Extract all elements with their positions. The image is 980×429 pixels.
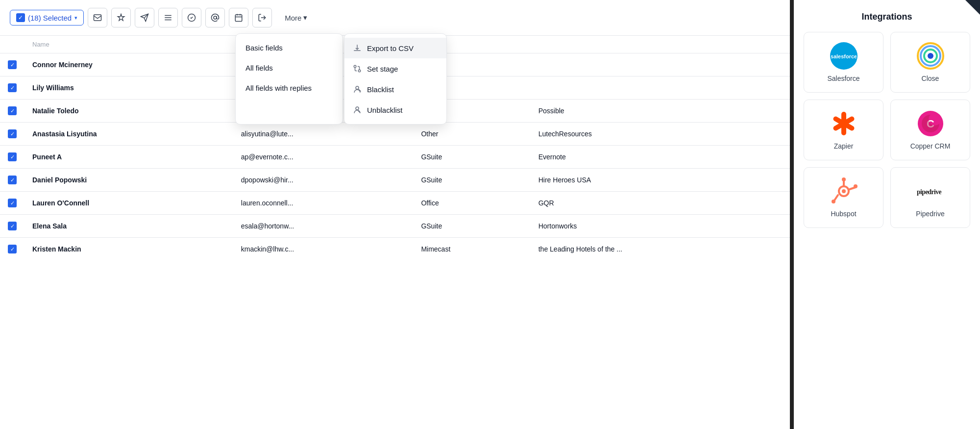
- dropdown-container: Basic fields All fields All fields with …: [235, 33, 447, 125]
- all-fields-item[interactable]: All fields: [236, 58, 343, 78]
- contact-company: GQR: [531, 192, 790, 215]
- left-panel: ✓ (18) Selected ▾ More ▾: [0, 0, 794, 429]
- row-checkbox[interactable]: ✓: [8, 129, 17, 138]
- table-row: ✓ Kristen Mackin kmackin@lhw.c... Mimeca…: [0, 238, 790, 261]
- row-checkbox[interactable]: ✓: [8, 152, 17, 161]
- salesforce-name: Salesforce: [827, 75, 859, 82]
- check-button[interactable]: [182, 8, 201, 27]
- row-checkbox[interactable]: ✓: [8, 176, 17, 184]
- copper-name: Copper CRM: [910, 142, 951, 150]
- toolbar: ✓ (18) Selected ▾ More ▾: [0, 0, 790, 36]
- contact-email: alisyutina@lute...: [233, 123, 414, 146]
- svg-text:pipedrive: pipedrive: [917, 188, 941, 196]
- basic-fields-item[interactable]: Basic fields: [236, 38, 343, 58]
- send-button[interactable]: [135, 8, 154, 27]
- contact-company: [531, 53, 790, 76]
- export-csv-label: Export to CSV: [367, 44, 414, 52]
- hubspot-card[interactable]: Hubspot: [804, 167, 883, 228]
- copper-card[interactable]: C Copper CRM: [890, 100, 970, 160]
- contact-name: Daniel Popowski: [24, 169, 233, 192]
- chevron-down-icon: ▾: [74, 15, 77, 21]
- set-stage-label: Set stage: [367, 65, 398, 73]
- row-checkbox[interactable]: ✓: [8, 60, 17, 69]
- contact-type: Mimecast: [413, 238, 530, 261]
- integrations-title: Integrations: [804, 12, 970, 22]
- svg-point-5: [214, 16, 217, 19]
- more-button[interactable]: More ▾: [278, 9, 314, 26]
- unblacklist-icon: [352, 105, 362, 115]
- contact-email: kmackin@lhw.c...: [233, 238, 414, 261]
- table-row: ✓ Puneet A ap@evernote.c... GSuite Evern…: [0, 146, 790, 169]
- export-csv-icon: [352, 43, 362, 53]
- contact-name: Puneet A: [24, 146, 233, 169]
- contact-company: Evernote: [531, 146, 790, 169]
- svg-point-29: [842, 189, 846, 193]
- svg-point-33: [842, 177, 846, 181]
- row-checkbox[interactable]: ✓: [8, 199, 17, 207]
- integrations-grid: salesforce Salesforce Close: [804, 32, 970, 228]
- calendar-button[interactable]: [229, 8, 248, 27]
- pipedrive-card[interactable]: pipedrive Pipedrive: [890, 167, 970, 228]
- export-button[interactable]: [252, 8, 272, 27]
- svg-point-11: [358, 70, 361, 72]
- close-card[interactable]: Close: [890, 32, 970, 93]
- set-stage-icon: [352, 64, 362, 74]
- pipedrive-logo: pipedrive: [917, 177, 944, 205]
- table-row: ✓ Lauren O'Connell lauren.oconnell... Of…: [0, 192, 790, 215]
- actions-dropdown: Export to CSV Set stage Blacklist Unblac…: [344, 33, 447, 125]
- unblacklist-item[interactable]: Unblacklist: [344, 100, 446, 120]
- contact-company: [531, 76, 790, 100]
- svg-rect-0: [94, 15, 101, 21]
- col-name-header: Name: [24, 36, 233, 53]
- ai-button[interactable]: [111, 8, 131, 27]
- contact-name: Natalie Toledo: [24, 100, 233, 123]
- svg-text:salesforce: salesforce: [831, 53, 857, 59]
- more-chevron-icon: ▾: [303, 13, 307, 22]
- contact-email: esala@hortonw...: [233, 215, 414, 238]
- pipedrive-name: Pipedrive: [916, 210, 944, 218]
- at-button[interactable]: [205, 8, 225, 27]
- blacklist-item[interactable]: Blacklist: [344, 79, 446, 100]
- contact-name: Lauren O'Connell: [24, 192, 233, 215]
- contact-type: Other: [413, 123, 530, 146]
- table-row: ✓ Daniel Popowski dpopowski@hir... GSuit…: [0, 169, 790, 192]
- set-stage-item[interactable]: Set stage: [344, 58, 446, 79]
- copper-logo: C: [917, 110, 944, 137]
- row-checkbox[interactable]: ✓: [8, 245, 17, 253]
- svg-point-35: [832, 200, 835, 203]
- row-checkbox[interactable]: ✓: [8, 222, 17, 230]
- contact-type: Office: [413, 192, 530, 215]
- contact-email: dpopowski@hir...: [233, 169, 414, 192]
- contact-company: LutechResources: [531, 123, 790, 146]
- contact-company: Hortonworks: [531, 215, 790, 238]
- hubspot-logo: [830, 177, 858, 205]
- fields-dropdown: Basic fields All fields All fields with …: [235, 33, 343, 125]
- more-label: More: [285, 14, 301, 22]
- contact-company: the Leading Hotels of the ...: [531, 238, 790, 261]
- contact-company: Possible: [531, 100, 790, 123]
- table-row: ✓ Elena Sala esala@hortonw... GSuite Hor…: [0, 215, 790, 238]
- row-checkbox[interactable]: ✓: [8, 106, 17, 115]
- contact-name: Elena Sala: [24, 215, 233, 238]
- contact-name: Kristen Mackin: [24, 238, 233, 261]
- zapier-card[interactable]: Zapier: [804, 100, 883, 160]
- zapier-name: Zapier: [834, 142, 854, 150]
- table-row: ✓ Anastasia Lisyutina alisyutina@lute...…: [0, 123, 790, 146]
- master-checkbox: ✓: [16, 13, 25, 22]
- row-checkbox[interactable]: ✓: [8, 83, 17, 92]
- contact-name: Lily Williams: [24, 76, 233, 100]
- hubspot-name: Hubspot: [831, 210, 856, 218]
- email-button[interactable]: [88, 8, 107, 27]
- salesforce-logo: salesforce: [830, 42, 858, 70]
- export-csv-item[interactable]: Export to CSV: [344, 38, 446, 58]
- salesforce-card[interactable]: salesforce Salesforce: [804, 32, 883, 93]
- contact-type: GSuite: [413, 215, 530, 238]
- contact-email: lauren.oconnell...: [233, 192, 414, 215]
- selected-count-button[interactable]: ✓ (18) Selected ▾: [10, 10, 84, 25]
- col-company-header: [531, 36, 790, 53]
- all-fields-replies-item[interactable]: All fields with replies: [236, 78, 343, 98]
- integrations-panel: Integrations salesforce Salesforce: [794, 0, 980, 429]
- svg-point-15: [356, 107, 359, 110]
- list-button[interactable]: [158, 8, 178, 27]
- contact-company: Hire Heroes USA: [531, 169, 790, 192]
